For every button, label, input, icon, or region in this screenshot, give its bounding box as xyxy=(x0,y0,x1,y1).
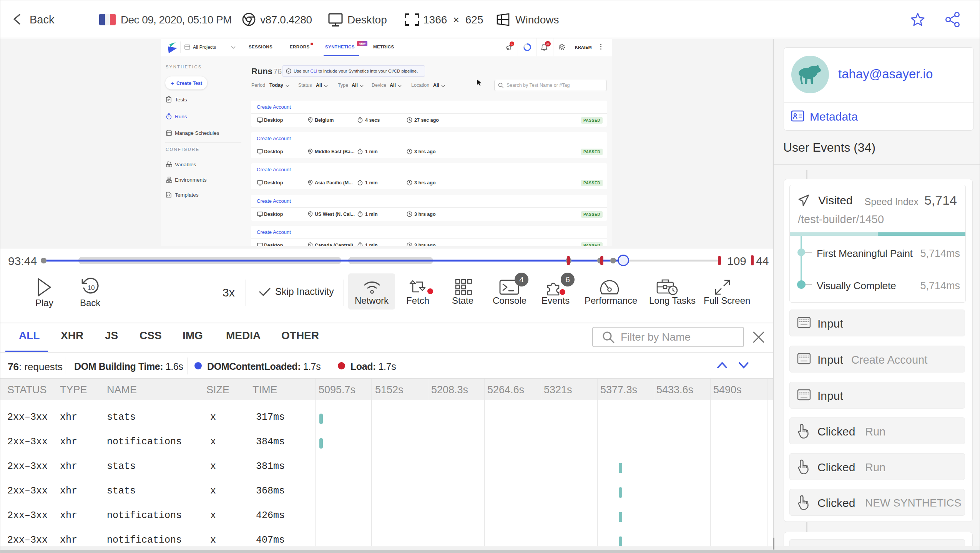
svg-text:10: 10 xyxy=(88,284,95,291)
